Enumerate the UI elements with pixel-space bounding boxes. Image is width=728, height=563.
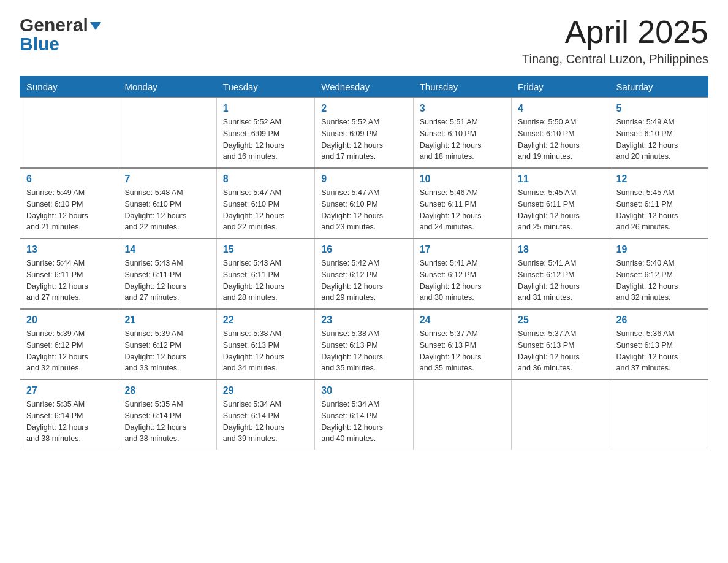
calendar-cell: 17Sunrise: 5:41 AM Sunset: 6:12 PM Dayli… (413, 239, 511, 309)
day-number: 16 (321, 244, 406, 255)
day-info: Sunrise: 5:34 AM Sunset: 6:14 PM Dayligh… (223, 399, 308, 445)
calendar-cell: 29Sunrise: 5:34 AM Sunset: 6:14 PM Dayli… (216, 380, 314, 450)
calendar-cell: 21Sunrise: 5:39 AM Sunset: 6:12 PM Dayli… (118, 309, 216, 380)
day-info: Sunrise: 5:34 AM Sunset: 6:14 PM Dayligh… (321, 399, 406, 445)
calendar-cell (512, 380, 610, 450)
calendar-cell: 16Sunrise: 5:42 AM Sunset: 6:12 PM Dayli… (315, 239, 413, 309)
day-info: Sunrise: 5:47 AM Sunset: 6:10 PM Dayligh… (321, 187, 406, 233)
day-info: Sunrise: 5:47 AM Sunset: 6:10 PM Dayligh… (223, 187, 308, 233)
logo-general: General (20, 15, 88, 35)
day-info: Sunrise: 5:44 AM Sunset: 6:11 PM Dayligh… (26, 258, 112, 304)
day-info: Sunrise: 5:38 AM Sunset: 6:13 PM Dayligh… (321, 328, 406, 374)
day-number: 19 (616, 244, 702, 255)
day-info: Sunrise: 5:52 AM Sunset: 6:09 PM Dayligh… (223, 117, 308, 163)
day-info: Sunrise: 5:40 AM Sunset: 6:12 PM Dayligh… (616, 258, 702, 304)
day-info: Sunrise: 5:43 AM Sunset: 6:11 PM Dayligh… (124, 258, 210, 304)
calendar-cell: 28Sunrise: 5:35 AM Sunset: 6:14 PM Dayli… (118, 380, 216, 450)
calendar-cell: 13Sunrise: 5:44 AM Sunset: 6:11 PM Dayli… (20, 239, 118, 309)
day-number: 28 (124, 385, 210, 396)
day-number: 11 (518, 174, 603, 185)
day-number: 9 (321, 174, 406, 185)
title-section: April 2025 Tinang, Central Luzon, Philip… (522, 15, 708, 66)
day-number: 2 (321, 103, 406, 114)
calendar-cell (118, 98, 216, 168)
day-number: 15 (223, 244, 308, 255)
calendar-cell: 23Sunrise: 5:38 AM Sunset: 6:13 PM Dayli… (315, 309, 413, 380)
day-info: Sunrise: 5:49 AM Sunset: 6:10 PM Dayligh… (26, 187, 112, 233)
calendar-cell: 18Sunrise: 5:41 AM Sunset: 6:12 PM Dayli… (512, 239, 610, 309)
day-info: Sunrise: 5:37 AM Sunset: 6:13 PM Dayligh… (518, 328, 603, 374)
day-number: 1 (223, 103, 308, 114)
day-number: 18 (518, 244, 603, 255)
calendar-cell: 4Sunrise: 5:50 AM Sunset: 6:10 PM Daylig… (512, 98, 610, 168)
week-row-1: 1Sunrise: 5:52 AM Sunset: 6:09 PM Daylig… (20, 98, 708, 168)
day-info: Sunrise: 5:41 AM Sunset: 6:12 PM Dayligh… (420, 258, 505, 304)
day-number: 29 (223, 385, 308, 396)
header-saturday: Saturday (610, 77, 708, 98)
calendar-table: SundayMondayTuesdayWednesdayThursdayFrid… (20, 76, 708, 450)
day-number: 7 (124, 174, 210, 185)
calendar-cell (20, 98, 118, 168)
day-number: 8 (223, 174, 308, 185)
calendar-cell: 24Sunrise: 5:37 AM Sunset: 6:13 PM Dayli… (413, 309, 511, 380)
calendar-cell: 7Sunrise: 5:48 AM Sunset: 6:10 PM Daylig… (118, 168, 216, 239)
calendar-cell: 22Sunrise: 5:38 AM Sunset: 6:13 PM Dayli… (216, 309, 314, 380)
day-info: Sunrise: 5:51 AM Sunset: 6:10 PM Dayligh… (420, 117, 505, 163)
calendar-cell: 11Sunrise: 5:45 AM Sunset: 6:11 PM Dayli… (512, 168, 610, 239)
calendar-cell: 15Sunrise: 5:43 AM Sunset: 6:11 PM Dayli… (216, 239, 314, 309)
calendar-cell: 5Sunrise: 5:49 AM Sunset: 6:10 PM Daylig… (610, 98, 708, 168)
day-number: 12 (616, 174, 702, 185)
day-info: Sunrise: 5:42 AM Sunset: 6:12 PM Dayligh… (321, 258, 406, 304)
header-tuesday: Tuesday (216, 77, 314, 98)
header-wednesday: Wednesday (315, 77, 413, 98)
week-row-3: 13Sunrise: 5:44 AM Sunset: 6:11 PM Dayli… (20, 239, 708, 309)
day-info: Sunrise: 5:35 AM Sunset: 6:14 PM Dayligh… (26, 399, 112, 445)
calendar-cell: 12Sunrise: 5:45 AM Sunset: 6:11 PM Dayli… (610, 168, 708, 239)
calendar-cell: 1Sunrise: 5:52 AM Sunset: 6:09 PM Daylig… (216, 98, 314, 168)
calendar-cell: 27Sunrise: 5:35 AM Sunset: 6:14 PM Dayli… (20, 380, 118, 450)
day-info: Sunrise: 5:45 AM Sunset: 6:11 PM Dayligh… (616, 187, 702, 233)
day-info: Sunrise: 5:41 AM Sunset: 6:12 PM Dayligh… (518, 258, 603, 304)
header-sunday: Sunday (20, 77, 118, 98)
day-number: 10 (420, 174, 505, 185)
day-info: Sunrise: 5:37 AM Sunset: 6:13 PM Dayligh… (420, 328, 505, 374)
day-info: Sunrise: 5:38 AM Sunset: 6:13 PM Dayligh… (223, 328, 308, 374)
calendar-cell: 6Sunrise: 5:49 AM Sunset: 6:10 PM Daylig… (20, 168, 118, 239)
week-row-4: 20Sunrise: 5:39 AM Sunset: 6:12 PM Dayli… (20, 309, 708, 380)
calendar-cell: 14Sunrise: 5:43 AM Sunset: 6:11 PM Dayli… (118, 239, 216, 309)
header-monday: Monday (118, 77, 216, 98)
logo: General Blue (20, 15, 101, 53)
logo-blue: Blue (20, 35, 59, 53)
calendar-cell: 25Sunrise: 5:37 AM Sunset: 6:13 PM Dayli… (512, 309, 610, 380)
day-info: Sunrise: 5:43 AM Sunset: 6:11 PM Dayligh… (223, 258, 308, 304)
day-number: 24 (420, 315, 505, 326)
day-info: Sunrise: 5:39 AM Sunset: 6:12 PM Dayligh… (26, 328, 112, 374)
day-number: 20 (26, 315, 112, 326)
day-info: Sunrise: 5:36 AM Sunset: 6:13 PM Dayligh… (616, 328, 702, 374)
day-number: 13 (26, 244, 112, 255)
week-row-5: 27Sunrise: 5:35 AM Sunset: 6:14 PM Dayli… (20, 380, 708, 450)
day-info: Sunrise: 5:46 AM Sunset: 6:11 PM Dayligh… (420, 187, 505, 233)
calendar-cell: 9Sunrise: 5:47 AM Sunset: 6:10 PM Daylig… (315, 168, 413, 239)
day-info: Sunrise: 5:49 AM Sunset: 6:10 PM Dayligh… (616, 117, 702, 163)
calendar-cell: 2Sunrise: 5:52 AM Sunset: 6:09 PM Daylig… (315, 98, 413, 168)
day-info: Sunrise: 5:45 AM Sunset: 6:11 PM Dayligh… (518, 187, 603, 233)
calendar-cell: 10Sunrise: 5:46 AM Sunset: 6:11 PM Dayli… (413, 168, 511, 239)
day-number: 3 (420, 103, 505, 114)
calendar-cell (610, 380, 708, 450)
header-thursday: Thursday (413, 77, 511, 98)
day-number: 22 (223, 315, 308, 326)
day-number: 30 (321, 385, 406, 396)
calendar-cell: 19Sunrise: 5:40 AM Sunset: 6:12 PM Dayli… (610, 239, 708, 309)
day-info: Sunrise: 5:50 AM Sunset: 6:10 PM Dayligh… (518, 117, 603, 163)
day-number: 17 (420, 244, 505, 255)
day-number: 5 (616, 103, 702, 114)
calendar-cell: 26Sunrise: 5:36 AM Sunset: 6:13 PM Dayli… (610, 309, 708, 380)
calendar-cell: 30Sunrise: 5:34 AM Sunset: 6:14 PM Dayli… (315, 380, 413, 450)
day-info: Sunrise: 5:48 AM Sunset: 6:10 PM Dayligh… (124, 187, 210, 233)
day-info: Sunrise: 5:52 AM Sunset: 6:09 PM Dayligh… (321, 117, 406, 163)
page-header: General Blue April 2025 Tinang, Central … (20, 15, 708, 66)
logo-triangle-icon (90, 22, 101, 30)
day-number: 21 (124, 315, 210, 326)
week-row-2: 6Sunrise: 5:49 AM Sunset: 6:10 PM Daylig… (20, 168, 708, 239)
